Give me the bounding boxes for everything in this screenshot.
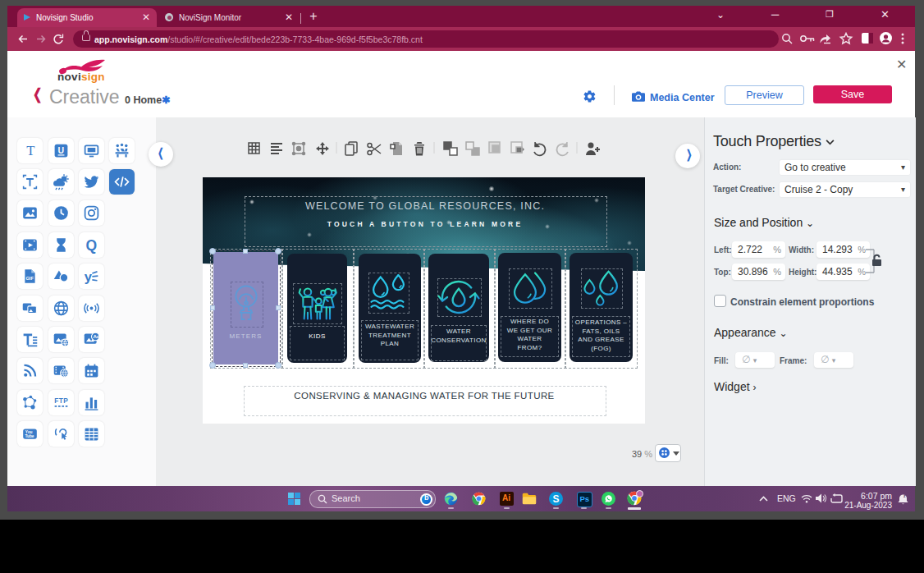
svg-text:T: T bbox=[26, 143, 34, 158]
svg-text:y: y bbox=[85, 269, 93, 285]
svg-text:You: You bbox=[25, 430, 33, 434]
svg-text:FTP: FTP bbox=[54, 397, 68, 405]
svg-text:U: U bbox=[58, 145, 65, 155]
svg-text:novisign: novisign bbox=[57, 71, 105, 83]
svg-text:Tube: Tube bbox=[25, 434, 34, 438]
svg-text:GIF: GIF bbox=[25, 276, 34, 281]
svg-text:Ad: Ad bbox=[93, 333, 99, 339]
svg-text:Q: Q bbox=[86, 237, 98, 254]
